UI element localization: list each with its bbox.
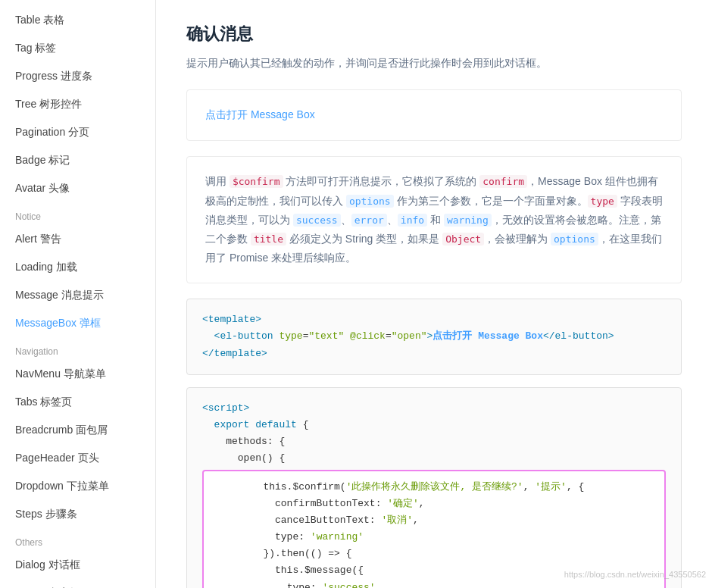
sidebar-section-navigation: Navigation — [0, 337, 155, 360]
code-info: info — [398, 214, 427, 227]
sidebar-item-avatar[interactable]: Avatar 头像 — [0, 174, 155, 202]
desc-text-2: 方法即可打开消息提示，它模拟了系统的 — [283, 175, 480, 187]
sidebar-item-message[interactable]: Message 消息提示 — [0, 281, 155, 309]
sidebar-item-navmenu[interactable]: NavMenu 导航菜单 — [0, 360, 155, 388]
code-script-block: <script> export default { methods: { ope… — [186, 387, 682, 588]
desc-text-11: ，会被理解为 — [484, 233, 551, 245]
sidebar-item-tag[interactable]: Tag 标签 — [0, 34, 155, 62]
demo-open-link[interactable]: 点击打开 Message Box — [205, 108, 315, 120]
sidebar-section-others: Others — [0, 528, 155, 551]
code-options: options — [346, 195, 394, 208]
sidebar-item-steps[interactable]: Steps 步骤条 — [0, 500, 155, 528]
desc-text-6: 、 — [341, 214, 351, 226]
demo-box: 点击打开 Message Box — [186, 89, 682, 141]
code-template-block: <template> <el-button type="text" @click… — [186, 299, 682, 374]
code-type: type — [588, 195, 617, 208]
sidebar-item-tree[interactable]: Tree 树形控件 — [0, 90, 155, 118]
code-object: Object — [442, 233, 484, 246]
main-content: 确认消息 提示用户确认其已经触发的动作，并询问是否进行此操作时会用到此对话框。 … — [156, 0, 712, 588]
desc-text-4: 作为第三个参数，它是一个字面量对象。 — [394, 195, 588, 207]
sidebar: Table 表格 Tag 标签 Progress 进度条 Tree 树形控件 P… — [0, 0, 156, 588]
page-title: 确认消息 — [186, 23, 682, 45]
code-warning: warning — [444, 214, 492, 227]
code-confirm2: confirm — [479, 175, 527, 188]
sidebar-item-dialog[interactable]: Dialog 对话框 — [0, 551, 155, 579]
code-title: title — [251, 233, 286, 246]
code-options2: options — [551, 233, 598, 246]
sidebar-section-notice: Notice — [0, 202, 155, 225]
page-desc: 提示用户确认其已经触发的动作，并询问是否进行此操作时会用到此对话框。 — [186, 55, 682, 71]
sidebar-item-tabs[interactable]: Tabs 标签页 — [0, 388, 155, 416]
desc-text-1: 调用 — [205, 175, 230, 187]
sidebar-item-tooltip[interactable]: Tooltip 文字提示 — [0, 579, 155, 588]
code-success: success — [293, 214, 341, 227]
sidebar-item-messagebox[interactable]: MessageBox 弹框 — [0, 309, 155, 337]
sidebar-item-breadcrumb[interactable]: Breadcrumb 面包屑 — [0, 416, 155, 444]
sidebar-item-pageheader[interactable]: PageHeader 页头 — [0, 444, 155, 472]
desc-text-8: 和 — [427, 214, 444, 226]
sidebar-item-progress[interactable]: Progress 进度条 — [0, 62, 155, 90]
sidebar-item-loading[interactable]: Loading 加载 — [0, 253, 155, 281]
sidebar-item-dropdown[interactable]: Dropdown 下拉菜单 — [0, 472, 155, 500]
desc-text-10: 必须定义为 String 类型，如果是 — [286, 233, 442, 245]
code-highlighted-section: this.$confirm('此操作将永久删除该文件, 是否继续?', '提示'… — [202, 470, 666, 588]
code-error: error — [351, 214, 387, 227]
code-confirm: $confirm — [230, 175, 283, 188]
sidebar-item-table[interactable]: Table 表格 — [0, 6, 155, 34]
description-block: 调用 $confirm 方法即可打开消息提示，它模拟了系统的 confirm，M… — [186, 156, 682, 283]
sidebar-item-pagination[interactable]: Pagination 分页 — [0, 118, 155, 146]
sidebar-item-badge[interactable]: Badge 标记 — [0, 146, 155, 174]
desc-text-7: 、 — [387, 214, 398, 226]
sidebar-item-alert[interactable]: Alert 警告 — [0, 225, 155, 253]
